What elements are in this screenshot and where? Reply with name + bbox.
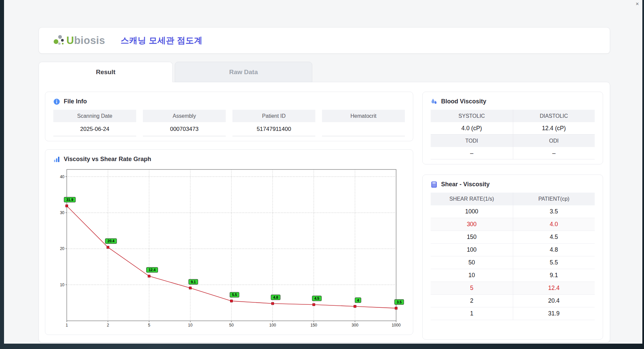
graph-panel: Viscosity vs Shear Rate Graph 1020304012… (45, 149, 413, 335)
svg-text:12.4: 12.4 (149, 268, 156, 272)
svg-text:31.9: 31.9 (66, 198, 73, 202)
tab-bar: Result Raw Data (39, 62, 610, 82)
app-header: Ubiosis 스캐닝 모세관 점도계 (39, 27, 610, 54)
shear-rate-cell: 1000 (431, 205, 513, 218)
logo-letter-u: U (66, 35, 74, 46)
bv-value-cell: 12.4 (cP) (513, 122, 595, 135)
table-row: 150 4.5 (431, 231, 595, 244)
patient-cp-cell: 4.8 (513, 244, 595, 256)
field-label: Scanning Date (53, 110, 136, 122)
tab-result[interactable]: Result (39, 62, 173, 82)
patient-cp-cell: 12.4 (513, 282, 595, 294)
patient-cp-cell: 5.5 (513, 256, 595, 269)
shear-rate-cell: 10 (431, 269, 513, 282)
svg-text:1000: 1000 (392, 323, 401, 328)
page: Ubiosis 스캐닝 모세관 점도계 Result Raw Data (39, 27, 610, 343)
table-row: 50 5.5 (431, 256, 595, 269)
right-column: Blood Viscosity SYSTOLIC DIASTOLIC 4.0 (… (422, 92, 603, 340)
calculator-icon (431, 181, 437, 188)
tab-raw-data[interactable]: Raw Data (175, 62, 312, 82)
chart-area: 102030401251050100150300100031.920.412.4… (53, 167, 405, 330)
close-icon[interactable]: × (636, 1, 639, 7)
patient-cp-cell: 31.9 (513, 307, 595, 320)
table-row: 5 12.4 (431, 282, 595, 295)
left-column: File Info Scanning Date 2025-06-24 Assem… (45, 92, 413, 340)
svg-text:10: 10 (60, 283, 65, 287)
app-window: × Ubiosis 스캐닝 모세관 점도계 Result Raw Data (4, 0, 642, 344)
table-row: 1 31.9 (431, 307, 595, 320)
svg-text:100: 100 (269, 323, 276, 328)
svg-text:40: 40 (60, 174, 65, 179)
table-row: 300 4.0 (431, 218, 595, 231)
result-content: File Info Scanning Date 2025-06-24 Assem… (39, 82, 610, 343)
shear-rate-cell: 100 (431, 244, 513, 256)
shear-rate-cell: 150 (431, 231, 513, 243)
svg-text:1: 1 (66, 323, 68, 328)
svg-text:300: 300 (352, 323, 358, 328)
blood-viscosity-table: SYSTOLIC DIASTOLIC 4.0 (cP) 12.4 (cP)TOD… (431, 110, 595, 159)
file-info-panel: File Info Scanning Date 2025-06-24 Assem… (45, 92, 413, 141)
file-info-title-row: File Info (53, 98, 405, 105)
table-row: 100 4.8 (431, 244, 595, 256)
graph-title-row: Viscosity vs Shear Rate Graph (53, 156, 405, 163)
shear-viscosity-title: Shear - Viscosity (441, 181, 490, 188)
field-value: 000703473 (143, 122, 226, 136)
droplet-icon (431, 98, 437, 105)
svg-text:4.5: 4.5 (314, 296, 319, 300)
table-row: 10 9.1 (431, 269, 595, 282)
bv-value-cell: – (513, 147, 595, 159)
info-icon (53, 98, 60, 105)
patient-cp-cell: 3.5 (513, 205, 595, 218)
field-label: Assembly (143, 110, 226, 122)
bv-value-cell: – (431, 147, 513, 159)
bv-header-cell: TODI (431, 135, 513, 147)
dots-logo-icon (52, 34, 66, 48)
viscosity-chart: 102030401251050100150300100031.920.412.4… (53, 167, 406, 329)
blood-viscosity-title: Blood Viscosity (441, 98, 486, 105)
field-value: 51747911400 (232, 122, 315, 136)
patient-cp-cell: 9.1 (513, 269, 595, 282)
svg-text:30: 30 (60, 210, 65, 215)
bv-header-cell: DIASTOLIC (513, 110, 595, 122)
svg-text:150: 150 (310, 323, 317, 328)
svg-text:5.5: 5.5 (232, 293, 237, 297)
svg-text:4: 4 (357, 298, 359, 302)
svg-text:5: 5 (148, 323, 150, 328)
field-value: 2025-06-24 (53, 122, 136, 136)
page-title: 스캐닝 모세관 점도계 (120, 35, 202, 46)
logo-rest: biosis (74, 35, 105, 46)
file-info-title: File Info (64, 98, 87, 105)
bv-header-cell: SYSTOLIC (431, 110, 513, 122)
svg-text:2: 2 (107, 323, 109, 328)
svg-text:9.1: 9.1 (191, 280, 196, 284)
blood-viscosity-panel: Blood Viscosity SYSTOLIC DIASTOLIC 4.0 (… (422, 92, 603, 164)
patient-cp-cell: 4.5 (513, 231, 595, 243)
svg-text:3.5: 3.5 (397, 300, 402, 304)
file-info-field: Hematocrit (322, 110, 405, 136)
svg-text:20.4: 20.4 (108, 239, 115, 243)
svg-text:20: 20 (60, 246, 65, 251)
file-info-field: Scanning Date 2025-06-24 (53, 110, 136, 136)
field-label: Hematocrit (322, 110, 405, 122)
shear-table-header: SHEAR RATE(1/s) PATIENT(cp) (431, 193, 595, 205)
shear-viscosity-panel: Shear - Viscosity SHEAR RATE(1/s) PATIEN… (422, 174, 603, 340)
graph-title: Viscosity vs Shear Rate Graph (64, 156, 151, 163)
bv-header-cell: ODI (513, 135, 595, 147)
shear-rate-cell: 300 (431, 218, 513, 231)
blood-viscosity-title-row: Blood Viscosity (431, 98, 595, 105)
svg-text:4.8: 4.8 (273, 295, 278, 299)
field-label: Patient ID (232, 110, 315, 122)
ubiosis-logo: Ubiosis (52, 34, 105, 48)
shear-rate-cell: 5 (431, 282, 513, 294)
column-header-patient: PATIENT(cp) (513, 193, 595, 205)
shear-table-body: 1000 3.5 300 4.0 150 4.5 100 4.8 50 5.5 … (431, 205, 595, 320)
shear-rate-cell: 2 (431, 295, 513, 307)
svg-text:50: 50 (229, 323, 234, 328)
table-row: 1000 3.5 (431, 205, 595, 218)
patient-cp-cell: 20.4 (513, 295, 595, 307)
file-info-field: Assembly 000703473 (143, 110, 226, 136)
logo-text: Ubiosis (66, 35, 105, 47)
file-info-fields: Scanning Date 2025-06-24 Assembly 000703… (53, 110, 405, 136)
bv-value-cell: 4.0 (cP) (431, 122, 513, 135)
shear-rate-cell: 50 (431, 256, 513, 269)
